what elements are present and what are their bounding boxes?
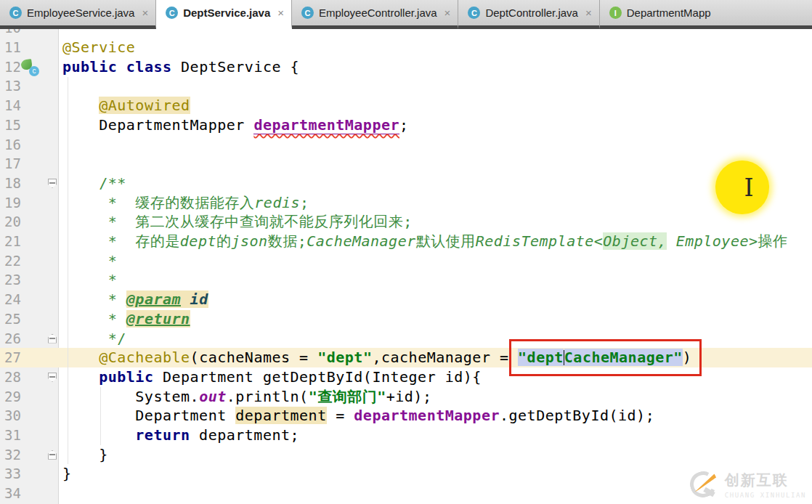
code-line[interactable]: 30 Department department = departmentMap… xyxy=(0,406,812,426)
code-token: CacheManager xyxy=(306,232,416,250)
code-token: } xyxy=(62,465,72,482)
fold-marker-icon[interactable] xyxy=(48,334,57,344)
code-token xyxy=(62,368,99,386)
code-token xyxy=(62,174,99,192)
line-number: 22 xyxy=(4,251,21,271)
fold-marker-icon[interactable] xyxy=(48,373,57,382)
line-number: 31 xyxy=(4,426,21,445)
code-token: dept xyxy=(180,232,216,250)
code-line[interactable]: 18 /** xyxy=(0,174,812,193)
close-icon[interactable]: × xyxy=(444,7,451,19)
tab-label: DepartmentMapp xyxy=(627,7,711,19)
code-token: departmentMapper xyxy=(354,407,500,424)
code-token: .println( xyxy=(227,388,309,405)
cursor-highlight: I xyxy=(715,160,769,214)
text-cursor-icon: I xyxy=(744,174,753,202)
code-token: @Autowired xyxy=(99,97,190,114)
close-icon[interactable]: × xyxy=(142,7,148,19)
code-editor[interactable]: 1011@Service12cpublic class DeptService … xyxy=(0,29,812,504)
code-token: departmentMapper xyxy=(253,116,399,134)
tab-deptcontroller-java[interactable]: CDeptController.java× xyxy=(458,0,599,29)
code-token: @Cacheable xyxy=(99,349,190,366)
annotation-red-box: "deptCacheManager") xyxy=(518,349,691,366)
code-line[interactable]: 24 * @param id xyxy=(0,290,812,309)
code-line[interactable]: 32 } xyxy=(0,445,812,465)
code-line[interactable]: 12cpublic class DeptService { xyxy=(0,57,812,77)
tab-employeeservice-java[interactable]: CEmployeeService.java× xyxy=(0,0,156,29)
code-line[interactable]: 23 * xyxy=(0,270,812,290)
code-line[interactable]: 19 * 缓存的数据能存入redis; xyxy=(0,193,812,213)
line-number: 24 xyxy=(4,290,21,309)
tab-employeecontroller-java[interactable]: CEmployeeController.java× xyxy=(292,0,458,29)
line-number: 27 xyxy=(4,348,21,367)
line-number: 18 xyxy=(4,174,21,193)
code-token: 操作 xyxy=(758,232,788,250)
line-number: 33 xyxy=(4,464,21,484)
code-line[interactable]: 17 xyxy=(0,154,812,174)
code-token xyxy=(62,349,99,366)
code-line[interactable]: 22 * xyxy=(0,251,812,271)
code-line[interactable]: 14 @Autowired xyxy=(0,96,812,115)
line-number: 34 xyxy=(4,484,21,503)
code-token: /** xyxy=(99,174,126,192)
code-token: * xyxy=(62,252,117,269)
code-line[interactable]: 13 xyxy=(0,76,812,96)
code-line[interactable]: 11@Service xyxy=(0,38,812,57)
watermark-logo-icon xyxy=(688,469,718,500)
line-number: 10 xyxy=(4,29,21,38)
code-token: +id); xyxy=(386,388,432,405)
code-token: Department getDeptById(Integer id){ xyxy=(153,368,481,386)
code-line[interactable]: 25 * @return xyxy=(0,309,812,329)
code-line[interactable]: 21 * 存的是dept的json数据;CacheManager默认使用Redi… xyxy=(0,232,812,251)
tab-deptservice-java[interactable]: CDeptService.java× xyxy=(156,0,292,29)
code-token: "查询部门" xyxy=(309,388,386,405)
ide-window: CEmployeeService.java×CDeptService.java×… xyxy=(0,0,812,504)
class-icon: C xyxy=(468,7,480,19)
code-token: ) xyxy=(683,349,692,366)
fold-marker-icon[interactable] xyxy=(48,450,57,460)
code-line[interactable]: 20 * 第二次从缓存中查询就不能反序列化回来; xyxy=(0,212,812,232)
code-token: 默认使用 xyxy=(416,232,476,250)
code-token: System. xyxy=(62,388,199,405)
tab-departmentmapp[interactable]: IDepartmentMapp xyxy=(600,0,812,29)
close-icon[interactable]: × xyxy=(277,7,284,19)
code-token: * xyxy=(62,290,126,308)
line-number: 29 xyxy=(4,387,21,407)
code-token: } xyxy=(62,446,108,463)
code-token: public xyxy=(62,58,117,76)
code-token xyxy=(117,58,126,76)
code-token: ,cacheManager = xyxy=(372,349,518,366)
fold-marker-icon[interactable] xyxy=(48,179,57,188)
code-line[interactable]: 10 xyxy=(0,29,812,38)
line-number: 14 xyxy=(4,96,21,115)
code-token: CacheManager" xyxy=(564,349,683,366)
watermark: 创新互联 CHUANG XINHULIAN xyxy=(688,469,806,500)
line-number: 11 xyxy=(4,38,21,57)
code-line[interactable]: 26 */ xyxy=(0,329,812,349)
line-number: 17 xyxy=(4,154,21,174)
line-number: 19 xyxy=(4,193,21,213)
code-token: department xyxy=(235,407,326,424)
code-line[interactable]: 27 @Cacheable(cacheNames = "dept",cacheM… xyxy=(0,348,812,367)
code-line[interactable]: 28 public Department getDeptById(Integer… xyxy=(0,367,812,387)
code-token: @param xyxy=(126,290,181,308)
code-line[interactable]: 15 DepartmentMapper departmentMapper; xyxy=(0,115,812,135)
line-number: 20 xyxy=(4,212,21,232)
code-token: Department xyxy=(62,407,235,424)
close-icon[interactable]: × xyxy=(585,7,592,19)
code-token: Employee> xyxy=(667,232,758,250)
code-token: DeptService { xyxy=(172,58,300,76)
interface-icon: I xyxy=(609,7,622,19)
code-line[interactable]: 29 System.out.println("查询部门"+id); xyxy=(0,387,812,407)
tab-label: EmployeeController.java xyxy=(319,7,437,19)
watermark-subtitle: CHUANG XINHULIAN xyxy=(725,492,806,499)
code-line[interactable]: 16 xyxy=(0,135,812,155)
code-line[interactable]: 31 return department; xyxy=(0,426,812,445)
code-token: out xyxy=(199,388,227,405)
line-number: 21 xyxy=(4,232,21,251)
code-token: "dept" xyxy=(317,349,372,366)
spring-bean-icon[interactable]: c xyxy=(20,58,40,76)
line-number: 13 xyxy=(4,76,21,96)
class-icon: C xyxy=(166,7,178,19)
code-token: public xyxy=(99,368,153,386)
